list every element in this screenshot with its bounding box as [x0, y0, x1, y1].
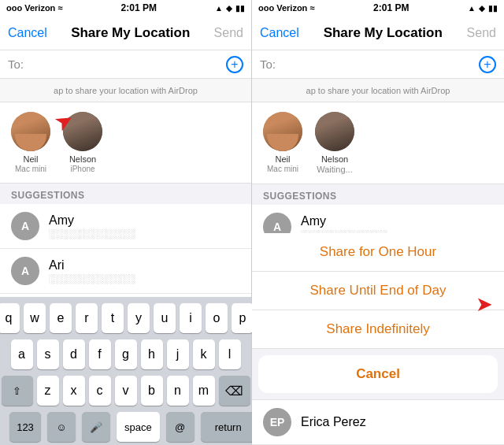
key-space[interactable]: space	[117, 412, 160, 442]
right-avatar-nelson[interactable]: Nelson Waiting...	[315, 112, 354, 174]
right-status-icons: ▲ ◆ ▮▮	[468, 4, 498, 13]
left-add-recipient-button[interactable]: +	[226, 56, 243, 73]
right-nav-title: Share My Location	[324, 25, 443, 41]
right-nav-bar: Cancel Share My Location Send	[252, 16, 504, 50]
key-t[interactable]: t	[102, 303, 124, 333]
key-k[interactable]: k	[193, 339, 215, 369]
key-p[interactable]: p	[232, 303, 254, 333]
right-panel: ooo Verizon ≈ 2:01 PM ▲ ◆ ▮▮ Cancel Shar…	[252, 0, 504, 445]
key-w[interactable]: w	[24, 303, 46, 333]
right-avatar-neil[interactable]: Neil Mac mini	[263, 112, 302, 174]
key-numbers[interactable]: 123	[9, 412, 41, 442]
key-emoji[interactable]: ☺	[47, 412, 76, 442]
left-keyboard: q w e r t y u i o p a s d f g h j k l ⇧ …	[0, 297, 251, 445]
key-s[interactable]: s	[37, 339, 59, 369]
left-amy-phone: ░░░░░░░░░░░░░	[49, 228, 240, 239]
key-i[interactable]: i	[180, 303, 202, 333]
right-airdrop-bar: ap to share your location with AirDrop	[252, 79, 504, 102]
key-g[interactable]: g	[115, 339, 137, 369]
key-a[interactable]: a	[11, 339, 33, 369]
left-send-button[interactable]: Send	[214, 26, 243, 40]
left-ari-avatar: A	[11, 257, 39, 285]
key-d[interactable]: d	[63, 339, 85, 369]
key-f[interactable]: f	[89, 339, 111, 369]
key-h[interactable]: h	[141, 339, 163, 369]
battery-icon: ▮▮	[235, 4, 245, 13]
right-action-sheet: Share for One Hour Share Until End of Da…	[252, 233, 504, 399]
left-ari-info: Ari ░░░░░░░░░░░░░	[49, 258, 240, 284]
key-l[interactable]: l	[219, 339, 241, 369]
key-shift[interactable]: ⇧	[2, 376, 33, 406]
right-suggestions-header: SUGGESTIONS	[252, 184, 504, 205]
key-x[interactable]: x	[63, 376, 85, 406]
right-contact-erica[interactable]: EP Erica Perez	[252, 399, 504, 445]
keyboard-row-3: ⇧ z x c v b n m ⌫	[3, 376, 248, 406]
right-time: 2:01 PM	[373, 2, 409, 13]
left-airdrop-text: ap to share your location with AirDrop	[54, 86, 198, 95]
share-indefinitely-button[interactable]: Share Indefinitely	[252, 310, 504, 349]
right-carrier: ooo Verizon ≈	[258, 3, 314, 13]
left-panel: ooo Verizon ≈ 2:01 PM ▲ ◆ ▮▮ Cancel Shar…	[0, 0, 252, 445]
left-nelson-name: Nelson	[69, 154, 96, 164]
left-avatars-row: Neil Mac mini Nelson iPhone ➤	[0, 102, 251, 184]
key-y[interactable]: y	[128, 303, 150, 333]
key-c[interactable]: c	[89, 376, 111, 406]
left-nav-title: Share My Location	[71, 25, 190, 41]
share-one-hour-button[interactable]: Share for One Hour	[252, 233, 504, 272]
left-suggestions-header: SUGGESTIONS	[0, 184, 251, 204]
key-r[interactable]: r	[76, 303, 98, 333]
key-at[interactable]: @	[166, 412, 195, 442]
key-o[interactable]: o	[206, 303, 228, 333]
left-neil-sub: Mac mini	[15, 165, 46, 173]
key-u[interactable]: u	[154, 303, 176, 333]
right-neil-sub: Mac mini	[267, 165, 298, 173]
right-contact-list: A Amy ░░░░░░░░░░░░░ A Ari ░░░░░░░░░░░░░ …	[252, 205, 504, 233]
right-amy-name: Amy	[301, 214, 493, 228]
key-return[interactable]: return	[201, 412, 256, 442]
right-erica-avatar: EP	[263, 408, 291, 436]
right-airdrop-text: ap to share your location with AirDrop	[306, 86, 450, 95]
left-status-icons: ▲ ◆ ▮▮	[215, 4, 245, 13]
key-n[interactable]: n	[167, 376, 189, 406]
key-m[interactable]: m	[193, 376, 215, 406]
key-delete[interactable]: ⌫	[219, 376, 250, 406]
left-airdrop-bar: ap to share your location with AirDrop	[0, 79, 251, 102]
left-amy-info: Amy ░░░░░░░░░░░░░	[49, 213, 240, 239]
right-to-label: To:	[260, 57, 276, 71]
key-b[interactable]: b	[141, 376, 163, 406]
share-end-of-day-button[interactable]: Share Until End of Day	[252, 272, 504, 310]
key-mic[interactable]: 🎤	[82, 412, 110, 442]
left-nav-bar: Cancel Share My Location Send	[0, 16, 251, 50]
right-status-bar: ooo Verizon ≈ 2:01 PM ▲ ◆ ▮▮	[252, 0, 504, 16]
right-neil-avatar	[263, 112, 302, 151]
left-to-label: To:	[8, 57, 24, 71]
left-cancel-button[interactable]: Cancel	[8, 26, 47, 40]
key-j[interactable]: j	[167, 339, 189, 369]
left-amy-name: Amy	[49, 213, 240, 228]
right-nelson-name: Nelson	[321, 154, 348, 164]
right-erica-name: Erica Perez	[301, 415, 493, 429]
right-to-input[interactable]	[280, 57, 479, 71]
left-to-input[interactable]	[28, 57, 226, 71]
right-wifi-icon: ◆	[479, 4, 485, 13]
action-sheet-cancel-button[interactable]: Cancel	[258, 355, 498, 393]
key-e[interactable]: e	[50, 303, 72, 333]
key-z[interactable]: z	[37, 376, 59, 406]
left-amy-avatar: A	[11, 212, 39, 240]
right-cancel-button[interactable]: Cancel	[260, 26, 299, 40]
right-signal-icon: ▲	[468, 4, 476, 13]
left-status-bar: ooo Verizon ≈ 2:01 PM ▲ ◆ ▮▮	[0, 0, 251, 16]
right-nelson-avatar	[315, 112, 354, 151]
signal-icon: ▲	[215, 4, 223, 13]
left-contact-list: A Amy ░░░░░░░░░░░░░ A Ari ░░░░░░░░░░░░░ …	[0, 204, 251, 297]
left-time: 2:01 PM	[121, 2, 157, 13]
left-avatar-neil[interactable]: Neil Mac mini	[11, 112, 50, 173]
right-contact-amy[interactable]: A Amy ░░░░░░░░░░░░░	[252, 205, 504, 233]
left-contact-amy[interactable]: A Amy ░░░░░░░░░░░░░	[0, 204, 251, 249]
right-add-recipient-button[interactable]: +	[479, 56, 496, 73]
right-send-button[interactable]: Send	[467, 26, 496, 40]
left-contact-ari[interactable]: A Ari ░░░░░░░░░░░░░	[0, 249, 251, 294]
left-neil-name: Neil	[24, 154, 39, 164]
key-q[interactable]: q	[0, 303, 20, 333]
key-v[interactable]: v	[115, 376, 137, 406]
